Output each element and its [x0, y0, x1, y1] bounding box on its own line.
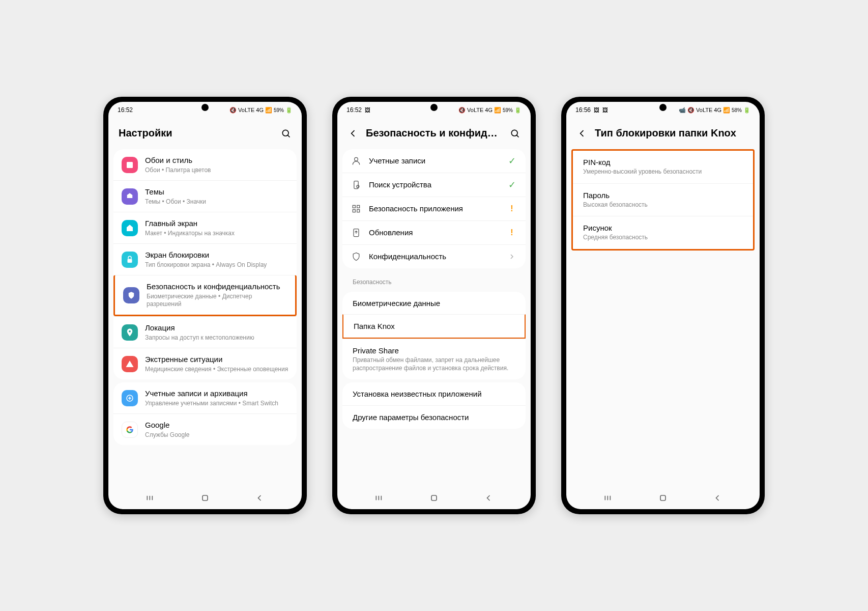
svg-point-11 [355, 157, 358, 161]
battery-text: 59% [503, 107, 513, 113]
settings-item-security[interactable]: Безопасность и конфиденциальность Биомет… [113, 275, 297, 316]
network-icon: 4G [256, 107, 264, 113]
svg-line-10 [516, 135, 518, 137]
item-sub: Управление учетными записями • Smart Swi… [145, 400, 288, 408]
item-title: Главный экран [145, 218, 288, 229]
svg-rect-26 [660, 495, 666, 501]
mute-icon: 🔇 [458, 107, 466, 114]
check-icon: ✓ [506, 179, 517, 190]
back-button[interactable] [249, 492, 270, 504]
item-title: Поиск устройства [369, 180, 499, 190]
network-icon: 4G [485, 107, 493, 113]
google-icon [122, 422, 138, 438]
recents-button[interactable] [598, 492, 619, 504]
settings-item-home[interactable]: Главный экран Макет • Индикаторы на знач… [113, 212, 297, 243]
search-icon[interactable] [509, 128, 520, 139]
settings-item-emergency[interactable]: Экстренные ситуации Медицинские сведения… [113, 348, 297, 379]
item-unknown-apps[interactable]: Установка неизвестных приложений [342, 382, 526, 405]
themes-icon [122, 188, 138, 205]
item-title: Private Share [353, 346, 515, 355]
svg-rect-2 [127, 162, 133, 168]
home-button[interactable] [653, 492, 673, 504]
screenshot-icon: 🖼 [594, 107, 599, 113]
item-accounts[interactable]: Учетные записи ✓ [342, 149, 526, 173]
item-sub: Темы • Обои • Значки [145, 198, 288, 206]
item-title: Google [145, 420, 288, 430]
status-time: 16:52 [346, 106, 362, 114]
option-password[interactable]: Пароль Высокая безопасность [573, 183, 753, 216]
svg-rect-14 [353, 205, 355, 208]
battery-text: 58% [732, 107, 742, 113]
location-icon [122, 324, 138, 341]
item-title: Обновления [369, 228, 499, 238]
item-private-share[interactable]: Private Share Приватный обмен файлами, з… [342, 339, 526, 379]
item-find-device[interactable]: Поиск устройства ✓ [342, 173, 526, 197]
signal-icon: 📶 [494, 107, 501, 114]
item-title: Экран блокировки [145, 250, 288, 260]
warning-icon: ! [506, 228, 517, 237]
screenshot-icon: 🖼 [602, 107, 608, 113]
mute-icon: 🔇 [687, 107, 695, 114]
settings-item-accounts[interactable]: Учетные записи и архивация Управление уч… [113, 382, 297, 413]
item-sub: Службы Google [145, 431, 288, 439]
camera-notch [659, 104, 667, 111]
shield-icon [123, 287, 139, 303]
section-label: Безопасность [342, 271, 526, 289]
apps-icon [351, 203, 362, 214]
item-title: Рисунок [583, 224, 743, 232]
back-icon[interactable] [348, 128, 359, 139]
device-search-icon [351, 179, 362, 190]
page-title: Настройки [119, 127, 273, 139]
item-privacy[interactable]: Конфиденциальность [342, 244, 526, 268]
item-updates[interactable]: Обновления ! [342, 220, 526, 244]
settings-item-wallpaper[interactable]: Обои и стиль Обои • Палитра цветов [113, 149, 297, 180]
item-sub: Обои • Палитра цветов [145, 166, 288, 175]
svg-point-13 [357, 185, 359, 188]
nav-bar [108, 487, 302, 509]
item-title: Учетные записи [369, 156, 499, 166]
home-button[interactable] [424, 492, 444, 504]
svg-rect-8 [202, 495, 208, 501]
recents-button[interactable] [369, 492, 390, 504]
item-title: Биометрические данные [353, 299, 515, 308]
item-biometrics[interactable]: Биометрические данные [342, 292, 526, 315]
camera-notch [201, 104, 209, 111]
camera-notch [430, 104, 438, 111]
item-app-security[interactable]: Безопасность приложения ! [342, 197, 526, 220]
item-sub: Запросы на доступ к местоположению [145, 334, 288, 342]
item-title: Учетные записи и архивация [145, 388, 288, 399]
page-title: Безопасность и конфиден... [366, 127, 502, 139]
option-pin[interactable]: PIN-код Умеренно-высокий уровень безопас… [573, 151, 753, 183]
item-title: Локация [145, 323, 288, 333]
item-title: Темы [145, 187, 288, 197]
network-icon: 4G [714, 107, 721, 113]
svg-rect-16 [353, 210, 355, 212]
wallpaper-icon [122, 157, 138, 173]
settings-item-google[interactable]: Google Службы Google [113, 413, 297, 445]
search-icon[interactable] [280, 128, 292, 139]
item-title: Безопасность приложения [369, 204, 499, 214]
user-icon [351, 155, 362, 166]
recents-button[interactable] [140, 492, 161, 504]
signal-icon: 📶 [265, 107, 272, 114]
battery-icon: 🔋 [285, 107, 293, 114]
phone-knox-lock: 16:56 🖼 🖼 📹 🔇 VoLTE 4G 📶 58% 🔋 Тип блоки… [561, 97, 765, 514]
settings-item-lockscreen[interactable]: Экран блокировки Тип блокировки экрана •… [113, 243, 297, 275]
item-title: Другие параметры безопасности [353, 413, 515, 422]
item-title: Установка неизвестных приложений [353, 390, 515, 398]
volte-icon: VoLTE [467, 107, 483, 113]
settings-item-location[interactable]: Локация Запросы на доступ к местоположен… [113, 316, 297, 348]
option-pattern[interactable]: Рисунок Средняя безопасность [573, 216, 753, 249]
item-knox-folder[interactable]: Папка Knox [342, 314, 526, 339]
item-sub: Тип блокировки экрана • Always On Displa… [145, 261, 288, 269]
home-button[interactable] [195, 492, 215, 504]
settings-item-themes[interactable]: Темы Темы • Обои • Значки [113, 180, 297, 212]
signal-icon: 📶 [723, 107, 730, 114]
back-icon[interactable] [576, 128, 588, 139]
back-button[interactable] [478, 492, 499, 504]
emergency-icon [122, 356, 138, 372]
item-other-security[interactable]: Другие параметры безопасности [342, 405, 526, 429]
back-button[interactable] [707, 492, 728, 504]
phone-security: 16:52 🖼 🔇 VoLTE 4G 📶 59% 🔋 Безопасность … [332, 97, 536, 514]
status-time: 16:52 [118, 106, 133, 114]
